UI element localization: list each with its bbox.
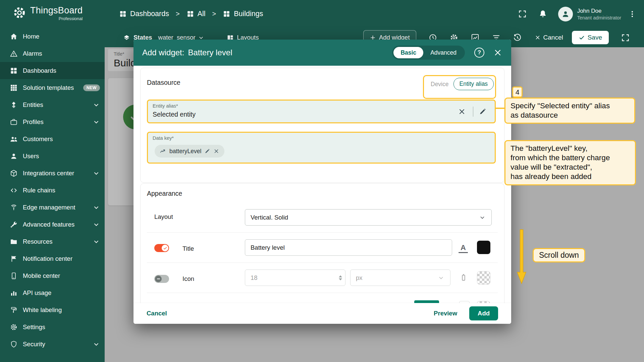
breadcrumb-dashboards[interactable]: Dashboards bbox=[119, 10, 169, 18]
sidebar-item-home[interactable]: Home bbox=[0, 28, 105, 45]
icon-color-swatch[interactable] bbox=[477, 271, 490, 285]
dialog-body: Datasource Device Entity alias Entity al… bbox=[133, 66, 511, 303]
icon-toggle[interactable] bbox=[154, 275, 169, 283]
sidebar-item-white-labeling[interactable]: White labeling bbox=[0, 301, 105, 318]
notifications-bell-icon[interactable] bbox=[538, 9, 547, 18]
layout-select[interactable]: Vertical. Solid bbox=[245, 209, 492, 226]
briefcase-icon bbox=[10, 118, 18, 126]
remove-key-icon[interactable] bbox=[213, 148, 219, 154]
fullscreen-icon[interactable] bbox=[621, 33, 630, 42]
chart-icon bbox=[10, 289, 18, 297]
breadcrumb-all[interactable]: All bbox=[186, 10, 206, 18]
sidebar-item-alarms[interactable]: Alarms bbox=[0, 45, 105, 62]
data-key-chip[interactable]: batteryLevel bbox=[155, 145, 224, 158]
tools-icon bbox=[10, 221, 18, 229]
avatar[interactable] bbox=[558, 7, 573, 21]
add-button[interactable]: Add bbox=[469, 306, 498, 320]
sidebar-item-label: Notification center bbox=[23, 255, 72, 262]
sidebar-item-label: Users bbox=[23, 153, 39, 160]
sidebar-item-rule-chains[interactable]: Rule chains bbox=[0, 182, 105, 199]
sidebar-item-label: Entities bbox=[23, 101, 43, 109]
shield-icon bbox=[10, 340, 18, 348]
thingsboard-logo-icon bbox=[12, 5, 27, 20]
title-toggle[interactable] bbox=[154, 244, 169, 252]
sidebar-item-users[interactable]: Users bbox=[0, 147, 105, 165]
help-button[interactable]: ? bbox=[474, 48, 484, 58]
user-meta: John Doe Tenant administrator bbox=[577, 8, 621, 20]
dialog-header: Add widget: Battery level Basic Advanced… bbox=[133, 40, 511, 66]
warning-icon bbox=[10, 50, 18, 58]
version-history-icon[interactable] bbox=[513, 33, 522, 42]
logo-title: ThingsBoard bbox=[30, 5, 83, 16]
tutorial-callout-alias: Specify "Selected entity" alias as datas… bbox=[504, 98, 635, 124]
brush-icon bbox=[10, 306, 18, 314]
sidebar-item-integrations-center[interactable]: Integrations center bbox=[0, 165, 105, 182]
sidebar-item-label: Profiles bbox=[23, 118, 44, 126]
sidebar-item-edge-management[interactable]: Edge management bbox=[0, 199, 105, 216]
sidebar-item-mobile-center[interactable]: Mobile center bbox=[0, 267, 105, 284]
sidebar-item-api-usage[interactable]: API usage bbox=[0, 284, 105, 301]
dialog-cancel-button[interactable]: Cancel bbox=[147, 310, 167, 317]
chevron-down-icon bbox=[92, 101, 100, 109]
phone-icon bbox=[10, 272, 18, 280]
tab-advanced[interactable]: Advanced bbox=[423, 49, 464, 56]
title-color-swatch[interactable] bbox=[477, 241, 490, 254]
icon-unit-select[interactable]: px bbox=[350, 269, 450, 286]
datasource-section: Datasource Device Entity alias Entity al… bbox=[140, 68, 504, 183]
icon-unit-value: px bbox=[356, 274, 363, 282]
chevron-down-icon bbox=[92, 340, 100, 348]
clear-alias-icon[interactable] bbox=[458, 108, 466, 116]
sidebar-item-label: Home bbox=[23, 33, 39, 40]
breadcrumb-label: Dashboards bbox=[130, 10, 169, 18]
scroll-down-arrow-icon bbox=[517, 229, 526, 284]
stepper-arrows-icon[interactable] bbox=[339, 275, 342, 280]
edit-key-icon[interactable] bbox=[204, 148, 210, 154]
sidebar-item-security[interactable]: Security bbox=[0, 336, 105, 353]
breadcrumb-separator: > bbox=[176, 10, 180, 18]
chevron-down-icon bbox=[92, 238, 100, 246]
title-font-settings-icon[interactable]: A bbox=[459, 244, 468, 253]
sidebar-item-dashboards[interactable]: Dashboards bbox=[0, 62, 105, 79]
cancel-edit-button[interactable]: Cancel bbox=[535, 34, 563, 41]
sidebar-item-solution-templates[interactable]: Solution templatesNEW bbox=[0, 79, 105, 96]
top-header: Dashboards>All>Buildings John Doe Tenant… bbox=[105, 0, 644, 28]
chevron-down-icon bbox=[92, 169, 100, 177]
scroll-down-hint: Scroll down bbox=[533, 248, 585, 262]
sidebar-item-resources[interactable]: Resources bbox=[0, 233, 105, 250]
chevron-down-icon bbox=[437, 274, 445, 282]
icon-size-input[interactable] bbox=[245, 269, 345, 286]
appearance-section-label: Appearance bbox=[147, 190, 182, 197]
preview-button[interactable]: Preview bbox=[434, 310, 457, 317]
sidebar-item-label: API usage bbox=[23, 289, 51, 297]
sidebar-item-label: Settings bbox=[23, 323, 45, 331]
sidebar-item-settings[interactable]: Settings bbox=[0, 318, 105, 336]
entity-alias-field[interactable]: Entity alias* Selected entity bbox=[147, 100, 496, 123]
row-divider bbox=[147, 262, 498, 263]
sidebar-item-entities[interactable]: Entities bbox=[0, 96, 105, 113]
save-button[interactable]: Save bbox=[572, 31, 609, 44]
sidebar-item-advanced-features[interactable]: Advanced features bbox=[0, 216, 105, 233]
breadcrumb-buildings[interactable]: Buildings bbox=[223, 10, 263, 18]
dialog-tabs: Basic Advanced bbox=[392, 46, 465, 60]
kebab-menu-icon[interactable] bbox=[628, 10, 637, 18]
datasource-type-device[interactable]: Device bbox=[426, 78, 453, 91]
sidebar-item-label: Integrations center bbox=[23, 170, 74, 177]
thingsboard-logo[interactable]: ThingsBoard Professional bbox=[0, 0, 105, 21]
edit-alias-icon[interactable] bbox=[479, 108, 487, 116]
dialog-close-icon[interactable] bbox=[493, 48, 502, 57]
fullscreen-icon[interactable] bbox=[518, 9, 527, 18]
folder-icon bbox=[10, 238, 18, 246]
icon-picker-icon[interactable] bbox=[459, 273, 468, 282]
title-input[interactable] bbox=[245, 239, 452, 256]
sidebar-item-customers[interactable]: Customers bbox=[0, 130, 105, 147]
datasource-type-entity-alias[interactable]: Entity alias bbox=[453, 78, 494, 90]
data-key-label: Data key* bbox=[153, 135, 174, 141]
clipped-next-row bbox=[414, 300, 439, 303]
sidebar-item-notification-center[interactable]: Notification center bbox=[0, 250, 105, 267]
dashboards-icon bbox=[10, 67, 18, 75]
sidebar-item-profiles[interactable]: Profiles bbox=[0, 113, 105, 130]
data-key-field[interactable]: Data key* batteryLevel bbox=[147, 132, 496, 164]
code-icon bbox=[10, 186, 18, 194]
tab-basic[interactable]: Basic bbox=[393, 47, 423, 58]
states-icon bbox=[123, 34, 130, 41]
